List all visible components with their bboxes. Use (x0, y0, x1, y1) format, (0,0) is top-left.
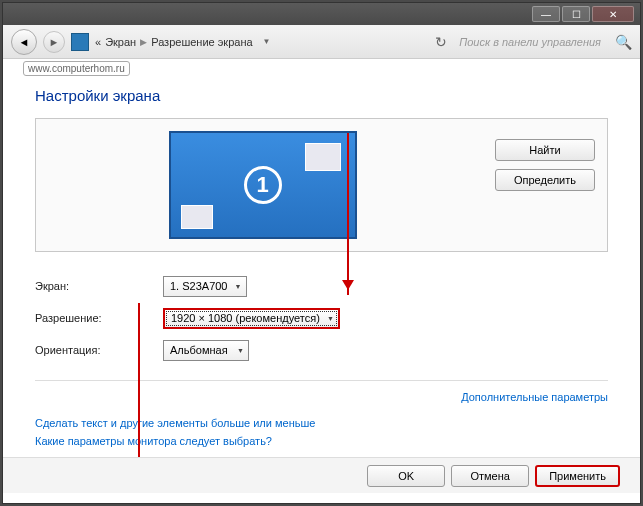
resolution-label: Разрешение: (35, 312, 163, 324)
monitor-number: 1 (244, 166, 282, 204)
chevron-right-icon: ▶ (140, 37, 147, 47)
preview-window-icon (181, 205, 213, 229)
control-panel-icon (71, 33, 89, 51)
window-frame: — ☐ ✕ ◄ ► « Экран ▶ Разрешение экрана ▼ … (2, 2, 641, 504)
ok-button[interactable]: OK (367, 465, 445, 487)
divider (35, 380, 608, 381)
orientation-label: Ориентация: (35, 344, 163, 356)
nav-forward-button[interactable]: ► (43, 31, 65, 53)
navigation-bar: ◄ ► « Экран ▶ Разрешение экрана ▼ ↻ Поис… (3, 25, 640, 59)
display-value: 1. S23A700 (170, 280, 228, 292)
dialog-footer: OK Отмена Применить (3, 457, 640, 493)
find-button[interactable]: Найти (495, 139, 595, 161)
monitor-help-link[interactable]: Какие параметры монитора следует выбрать… (35, 435, 608, 447)
display-label: Экран: (35, 280, 163, 292)
breadcrumb-resolution[interactable]: Разрешение экрана (151, 36, 252, 48)
advanced-settings-link[interactable]: Дополнительные параметры (35, 391, 608, 403)
page-title: Настройки экрана (35, 87, 608, 104)
orientation-value: Альбомная (170, 344, 228, 356)
chevron-down-icon[interactable]: ▼ (263, 37, 271, 46)
resolution-value: 1920 × 1080 (рекомендуется) (171, 312, 320, 324)
search-input[interactable]: Поиск в панели управления (459, 36, 601, 48)
monitor-preview[interactable]: 1 (169, 131, 357, 239)
orientation-select[interactable]: Альбомная (163, 340, 249, 361)
titlebar: — ☐ ✕ (3, 3, 640, 25)
cancel-button[interactable]: Отмена (451, 465, 529, 487)
nav-back-button[interactable]: ◄ (11, 29, 37, 55)
detect-button[interactable]: Определить (495, 169, 595, 191)
content-pane: Настройки экрана 1 Найти Определить Экра… (3, 59, 640, 447)
annotation-arrow (138, 303, 140, 463)
annotation-arrow (347, 133, 349, 295)
settings-form: Экран: 1. S23A700 Разрешение: 1920 × 108… (35, 270, 608, 366)
search-icon[interactable]: 🔍 (615, 34, 632, 50)
resolution-select[interactable]: 1920 × 1080 (рекомендуется) (163, 308, 340, 329)
back-icon: ◄ (19, 36, 30, 48)
preview-window-icon (305, 143, 341, 171)
text-size-link[interactable]: Сделать текст и другие элементы больше и… (35, 417, 608, 429)
refresh-icon[interactable]: ↻ (435, 34, 447, 50)
breadcrumb-root[interactable]: « (95, 36, 101, 48)
display-select[interactable]: 1. S23A700 (163, 276, 247, 297)
apply-button[interactable]: Применить (535, 465, 620, 487)
close-button[interactable]: ✕ (592, 6, 634, 22)
maximize-button[interactable]: ☐ (562, 6, 590, 22)
minimize-button[interactable]: — (532, 6, 560, 22)
breadcrumb-screen[interactable]: Экран (105, 36, 136, 48)
forward-icon: ► (49, 36, 60, 48)
display-preview-box: 1 Найти Определить (35, 118, 608, 252)
breadcrumb[interactable]: « Экран ▶ Разрешение экрана ▼ (95, 36, 271, 48)
